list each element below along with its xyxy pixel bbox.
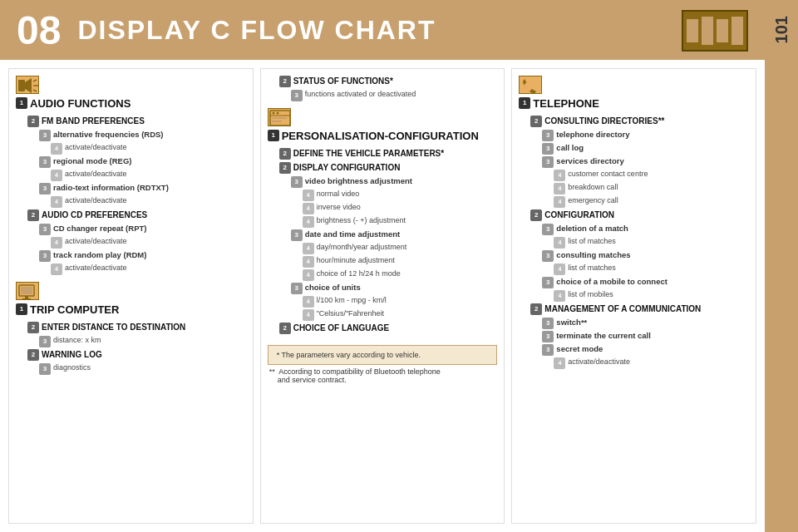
tel-lvl3-badge-c: 3 [542, 156, 554, 168]
regional-mode-label: regional mode (REG) [53, 156, 131, 166]
track-activate-label: activate/deactivate [65, 264, 127, 273]
choice-mobile-row: 3 choice of a mobile to connect [519, 277, 749, 288]
status-section: 2 STATUS OF FUNCTIONS* 3 functions activ… [268, 76, 498, 101]
status-lvl3-badge: 3 [291, 90, 303, 101]
12h-24h-label: choice of 12 h/24 h mode [317, 269, 401, 279]
track-random-row: 3 track random play (RDM) [16, 250, 246, 262]
level-4-badge-d: 4 [51, 237, 62, 249]
column-right: 1 TELEPHONE 2 CONSULTING DIRECTORIES** 3… [511, 68, 756, 524]
alt-freq-label: alternative frequencies (RDS) [53, 130, 164, 140]
icon-block-3 [717, 19, 728, 42]
brightness-label: brightness (- +) adjustment [317, 216, 406, 226]
svg-point-11 [272, 112, 274, 115]
pers-lvl4-badge-d: 4 [303, 243, 314, 254]
track-activate-row: 4 activate/deactivate [16, 264, 246, 275]
pers-lvl4-badge-f: 4 [303, 269, 314, 281]
column-left: 1 AUDIO FUNCTIONS 2 FM BAND PREFERENCES … [8, 68, 254, 524]
trip-computer-icon [16, 282, 39, 300]
emergency-label: emergency call [568, 196, 618, 206]
level-3-badge-e: 3 [39, 250, 51, 262]
inverse-video-label: inverse video [317, 203, 361, 213]
svg-rect-8 [22, 298, 31, 300]
status-functions-row: 2 STATUS OF FUNCTIONS* [268, 76, 498, 88]
level-4-badge-e: 4 [51, 264, 62, 275]
level-3-badge-b: 3 [39, 156, 51, 168]
audio-functions-label: AUDIO FUNCTIONS [30, 97, 131, 111]
personalisation-heading: 1 PERSONALISATION-CONFIGURATION [268, 130, 498, 146]
call-log-row: 3 call log [519, 143, 749, 155]
breakdown-row: 4 breakdown call [519, 183, 749, 195]
svg-rect-14 [272, 121, 282, 122]
hour-min-label: hour/minute adjustment [317, 256, 395, 266]
telephone-label: TELEPHONE [533, 97, 598, 111]
warning-log-label: WARNING LOG [42, 349, 102, 360]
level-3-badge-c: 3 [39, 183, 51, 195]
list-mobiles-label: list of mobiles [568, 290, 613, 300]
level-2-badge: 2 [27, 116, 39, 127]
svg-rect-7 [25, 296, 28, 298]
telephone-dir-label: telephone directory [556, 130, 629, 140]
footer-note-box: * The parameters vary according to vehic… [268, 345, 498, 365]
status-lvl2-badge: 2 [279, 76, 291, 87]
icon-block-4 [732, 17, 743, 45]
tel-lvl3-badge-g: 3 [542, 318, 554, 329]
tel-lvl2-badge-b: 2 [530, 209, 542, 221]
pers-lvl3-badge: 3 [291, 176, 303, 188]
audio-cd-row: 2 AUDIO CD PREFERENCES [16, 209, 246, 222]
tel-lvl3-badge-d: 3 [542, 224, 554, 235]
radiotext-row: 3 radio-text information (RDTXT) [16, 183, 246, 195]
pers-lvl3-badge-b: 3 [291, 229, 303, 241]
tel-lvl4-badge-c: 4 [554, 196, 565, 208]
trip-computer-section: 1 TRIP COMPUTER 2 ENTER DISTANCE TO DEST… [16, 282, 246, 375]
inverse-video-row: 4 inverse video [268, 203, 498, 214]
footer-note-2: ** According to compatibility of Bluetoo… [268, 367, 498, 384]
tel-lvl3-badge-b: 3 [542, 143, 554, 155]
services-dir-row: 3 services directory [519, 156, 749, 168]
tel-lvl2-badge: 2 [530, 116, 542, 127]
functions-activated-label: functions activated or deactivated [305, 90, 416, 100]
video-brightness-label: video brightness adjustment [305, 176, 412, 186]
level-2-badge-b: 2 [27, 209, 39, 221]
pers-lvl4-badge-g: 4 [303, 296, 314, 308]
tel-lvl3-badge-e: 3 [542, 250, 554, 262]
personalisation-label: PERSONALISATION-CONFIGURATION [282, 130, 479, 144]
tel-lvl2-badge-c: 2 [530, 303, 542, 315]
switch-label: switch** [556, 318, 587, 328]
diagnostics-row: 3 diagnostics [16, 363, 246, 375]
terminate-call-label: terminate the current call [556, 331, 651, 341]
alt-freq-activate-row: 4 activate/deactivate [16, 143, 246, 155]
radiotext-label: radio-text information (RDTXT) [53, 183, 169, 193]
telephone-heading: 1 TELEPHONE [519, 97, 749, 114]
status-functions-label: STATUS OF FUNCTIONS* [293, 76, 393, 86]
services-dir-label: services directory [556, 156, 623, 166]
level-4-badge: 4 [51, 143, 62, 155]
content-area: 1 AUDIO FUNCTIONS 2 FM BAND PREFERENCES … [0, 60, 765, 532]
distance-km-row: 3 distance: x km [16, 336, 246, 347]
pers-lvl4-badge-b: 4 [303, 203, 314, 214]
deletion-match-row: 3 deletion of a match [519, 224, 749, 235]
page-number-tab: 101 [765, 0, 798, 60]
list-matches-label2: list of matches [568, 264, 616, 273]
consulting-dir-label: CONSULTING DIRECTORIES** [544, 116, 664, 126]
tel-lvl4-badge-d: 4 [554, 237, 565, 249]
celsius-row: 4 "Celsius/"Fahrenheit [268, 309, 498, 321]
tel-lvl4-badge-e: 4 [554, 264, 565, 275]
trip-lvl1-badge: 1 [16, 303, 27, 315]
alt-freq-row: 3 alternative frequencies (RDS) [16, 130, 246, 141]
cd-changer-row: 3 CD changer repeat (RPT) [16, 224, 246, 235]
choice-units-label: choice of units [305, 283, 361, 293]
configuration-label: CONFIGURATION [544, 209, 614, 220]
list-mobiles-row: 4 list of mobiles [519, 290, 749, 302]
breakdown-label: breakdown call [568, 183, 618, 193]
date-time-label: date and time adjustment [305, 229, 401, 239]
pers-lvl3-badge-c: 3 [291, 283, 303, 294]
icon-block-1 [687, 19, 698, 42]
display-config-row: 2 DISPLAY CONFIGURATION [268, 162, 498, 175]
tel-lvl4-badge: 4 [554, 170, 565, 181]
warning-log-row: 2 WARNING LOG [16, 349, 246, 362]
management-comm-row: 2 MANAGEMENT OF A COMMUNICATION [519, 303, 749, 316]
header-icon [682, 10, 748, 52]
telephone-section: 1 TELEPHONE 2 CONSULTING DIRECTORIES** 3… [519, 76, 749, 369]
secret-activate-row: 4 activate/deactivate [519, 357, 749, 369]
level-1-badge: 1 [16, 97, 27, 109]
